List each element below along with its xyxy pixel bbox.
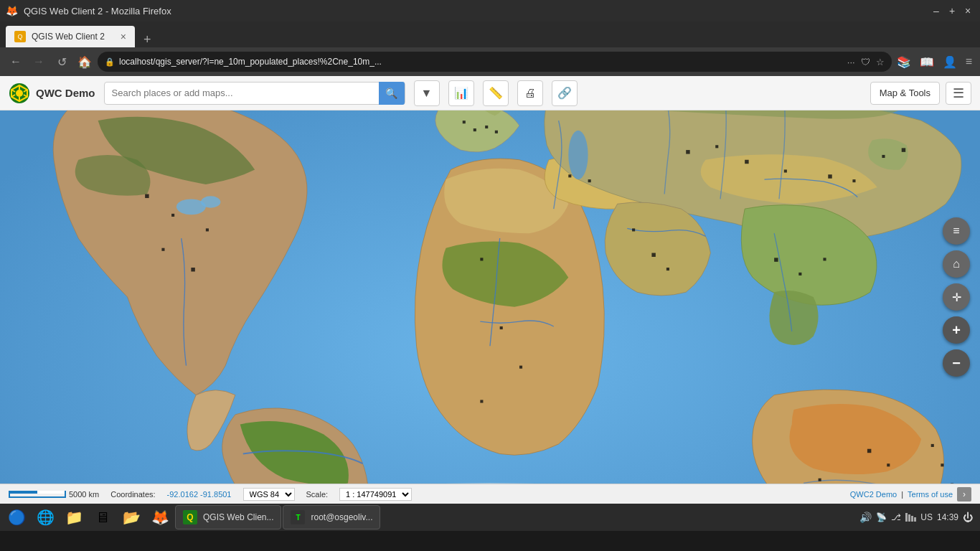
reload-button[interactable]: ↺ xyxy=(52,52,72,72)
scale-graphic-bar xyxy=(9,491,66,498)
svg-rect-35 xyxy=(774,258,778,261)
forward-button[interactable]: → xyxy=(29,52,49,72)
taskbar-files[interactable]: 📁 xyxy=(60,505,88,529)
new-tab-button[interactable]: + xyxy=(138,32,157,47)
battery-bar-4 xyxy=(914,517,916,522)
app-menu-button[interactable]: ☰ xyxy=(946,82,971,105)
svg-rect-42 xyxy=(867,449,871,453)
home-extent-button[interactable]: ⌂ xyxy=(943,250,970,278)
svg-rect-36 xyxy=(798,273,801,276)
shield-icon[interactable]: 🛡 xyxy=(861,57,870,67)
globe-icon: 🌐 xyxy=(37,509,55,526)
svg-rect-34 xyxy=(666,268,669,270)
network-icon[interactable]: 📡 xyxy=(876,512,887,522)
library-icon[interactable]: 📚 xyxy=(895,55,913,69)
address-input-wrap[interactable]: 🔒 localhost/qgis_server/?l=ne_10m_popula… xyxy=(98,52,892,72)
app-logo: QWC Demo xyxy=(9,83,95,104)
svg-point-2 xyxy=(16,90,23,97)
minimize-button[interactable]: – xyxy=(930,4,943,17)
coordinates-label: Coordinates: xyxy=(110,490,155,499)
taskbar-globe[interactable]: 🌐 xyxy=(32,505,59,529)
map-tools-button[interactable]: Map & Tools xyxy=(870,82,940,105)
taskbar-qgis-icon: Q xyxy=(183,510,197,524)
map-controls: ≡ ⌂ ✛ + − xyxy=(943,217,970,377)
power-button[interactable]: ⏻ xyxy=(963,512,973,523)
window-title: QGIS Web Client 2 - Mozilla Firefox xyxy=(24,6,171,17)
filter-button[interactable]: ▼ xyxy=(414,80,440,106)
layers-button[interactable]: ≡ xyxy=(943,217,970,245)
tab-favicon: Q xyxy=(14,31,26,42)
crosshair-button[interactable]: ✛ xyxy=(943,283,970,311)
svg-rect-29 xyxy=(852,179,855,182)
browser-tab-active[interactable]: Q QGIS Web Client 2 × xyxy=(6,26,135,47)
firefox-favicon: 🦊 xyxy=(6,5,18,17)
maximize-button[interactable]: + xyxy=(946,4,958,17)
reader-mode-icon[interactable]: 📖 xyxy=(918,55,936,69)
taskbar-terminal[interactable]: 🖥 xyxy=(89,505,116,529)
svg-rect-47 xyxy=(931,444,934,447)
svg-rect-31 xyxy=(902,148,905,151)
zoom-in-button[interactable]: + xyxy=(943,316,970,344)
more-options-icon[interactable]: ··· xyxy=(847,57,855,67)
terminal-icon-text: T xyxy=(296,514,300,522)
share-button[interactable]: 🔗 xyxy=(552,80,578,106)
filter-icon: ▼ xyxy=(421,87,433,100)
tab-close-button[interactable]: × xyxy=(121,31,126,42)
print-button[interactable]: 🖨 xyxy=(517,80,543,106)
search-bar[interactable]: 🔍 xyxy=(104,82,405,105)
svg-rect-25 xyxy=(715,145,718,148)
close-button[interactable]: × xyxy=(961,4,974,17)
print-icon: 🖨 xyxy=(524,87,536,100)
zoom-out-icon: − xyxy=(952,355,961,372)
tab-label: QGIS Web Client 2 xyxy=(32,32,105,42)
svg-rect-37 xyxy=(823,258,826,260)
os-titlebar: 🦊 QGIS Web Client 2 - Mozilla Firefox – … xyxy=(0,0,980,22)
lock-icon: 🔒 xyxy=(105,57,115,67)
svg-rect-15 xyxy=(161,248,164,251)
svg-rect-41 xyxy=(480,400,483,402)
battery-bar-2 xyxy=(908,514,910,522)
firefox-taskbar-icon: 🦊 xyxy=(151,509,169,526)
back-button[interactable]: ← xyxy=(6,52,26,72)
svg-rect-39 xyxy=(500,326,503,329)
coordinates-value: -92.0162 -91.8501 xyxy=(167,490,232,499)
search-input[interactable] xyxy=(105,88,379,98)
svg-rect-38 xyxy=(480,258,483,260)
svg-rect-30 xyxy=(882,155,885,158)
search-button[interactable]: 🔍 xyxy=(379,82,405,105)
system-tray: 🔊 📡 ⎇ US 14:39 ⏻ xyxy=(859,512,977,523)
crs-selector[interactable]: WGS 84 xyxy=(243,488,295,501)
taskbar-folder[interactable]: 📂 xyxy=(118,505,145,529)
bookmark-star-icon[interactable]: ☆ xyxy=(876,57,885,67)
browser-menu-icon[interactable]: ≡ xyxy=(963,55,974,69)
os-taskbar: 🔵 🌐 📁 🖥 📂 🦊 Q QGIS Web Clien... T root@o… xyxy=(0,504,980,531)
svg-rect-22 xyxy=(568,174,571,177)
scale-selector[interactable]: 1 : 147749091 xyxy=(339,488,412,501)
scale-label: 5000 km xyxy=(69,490,99,499)
taskbar-firefox[interactable]: 🦊 xyxy=(146,505,174,529)
svg-rect-19 xyxy=(473,128,476,131)
svg-rect-18 xyxy=(463,121,466,123)
map-tools-label: Map & Tools xyxy=(880,88,930,98)
chart-button[interactable]: 📊 xyxy=(448,80,474,106)
zoom-out-button[interactable]: − xyxy=(943,349,970,377)
map-container[interactable]: ≡ ⌂ ✛ + − xyxy=(0,110,980,484)
taskbar-qgis-btn[interactable]: Q QGIS Web Clien... xyxy=(175,505,281,529)
taskbar-app-menu[interactable]: 🔵 xyxy=(3,505,30,529)
terminal-icon: 🖥 xyxy=(95,509,110,526)
qwc2-link[interactable]: QWC2 Demo xyxy=(850,490,897,499)
measure-button[interactable]: 📏 xyxy=(483,80,509,106)
taskbar-terminal-btn[interactable]: T root@osgeoliv... xyxy=(283,505,380,529)
qwc-logo-icon xyxy=(9,83,30,104)
account-icon[interactable]: 👤 xyxy=(941,55,959,69)
volume-icon[interactable]: 🔊 xyxy=(859,512,872,523)
terms-of-use-link[interactable]: Terms of use xyxy=(908,490,953,499)
address-bar: ← → ↺ 🏠 🔒 localhost/qgis_server/?l=ne_10… xyxy=(0,47,980,76)
measure-icon: 📏 xyxy=(489,86,503,100)
expand-button[interactable]: › xyxy=(957,487,971,501)
locale-label: US xyxy=(920,512,933,522)
home-button[interactable]: 🏠 xyxy=(75,52,95,72)
chart-icon: 📊 xyxy=(454,86,468,100)
scale-prefix: Scale: xyxy=(306,490,329,499)
hamburger-icon: ☰ xyxy=(953,85,964,101)
